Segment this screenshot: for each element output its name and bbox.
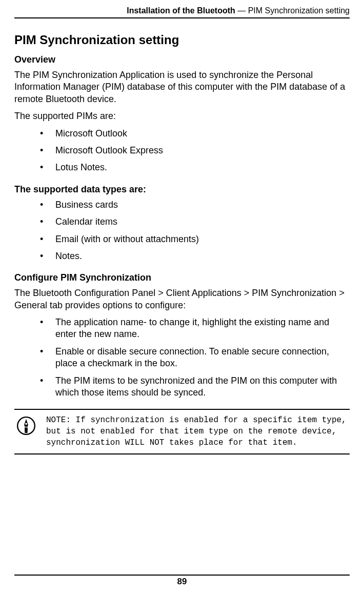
list-item: The application name- to change it, high… xyxy=(40,317,350,341)
page-title: PIM Synchronization setting xyxy=(14,33,350,47)
svg-rect-4 xyxy=(25,427,28,427)
header-rest: PIM Synchronization setting xyxy=(248,6,350,15)
configure-heading: Configure PIM Synchronization xyxy=(14,272,350,283)
list-item: Microsoft Outlook xyxy=(40,128,350,140)
svg-point-2 xyxy=(25,423,27,425)
overview-para2: The supported PIMs are: xyxy=(14,110,350,122)
list-item: Microsoft Outlook Express xyxy=(40,145,350,156)
list-item: Email (with or without attachments) xyxy=(40,233,350,245)
list-item: Business cards xyxy=(40,199,350,211)
note-text: NOTE: If synchronization is enabled for … xyxy=(46,415,350,448)
configure-section: Configure PIM Synchronization The Blueto… xyxy=(14,272,350,399)
page-header: Installation of the Bluetooth — PIM Sync… xyxy=(14,6,350,18)
overview-list: Microsoft Outlook Microsoft Outlook Expr… xyxy=(40,128,350,174)
list-item: The PIM items to be synchronized and the… xyxy=(40,375,350,399)
list-item: Enable or disable secure connection. To … xyxy=(40,346,350,370)
list-item: Calendar items xyxy=(40,216,350,228)
pen-note-icon xyxy=(16,416,36,436)
configure-para1: The Bluetooth Configuration Panel > Clie… xyxy=(14,287,350,311)
configure-list: The application name- to change it, high… xyxy=(40,317,350,399)
data-types-section: The supported data types are: Business c… xyxy=(14,184,350,263)
svg-rect-3 xyxy=(25,426,28,431)
list-item: Notes. xyxy=(40,250,350,262)
page-number: 89 xyxy=(177,577,187,586)
header-bold: Installation of the Bluetooth xyxy=(127,6,235,15)
data-types-list: Business cards Calendar items Email (wit… xyxy=(40,199,350,263)
overview-para1: The PIM Synchronization Application is u… xyxy=(14,69,350,105)
note-box: NOTE: If synchronization is enabled for … xyxy=(14,409,350,454)
page-footer: 89 xyxy=(14,575,350,587)
data-types-heading: The supported data types are: xyxy=(14,184,350,195)
overview-section: Overview The PIM Synchronization Applica… xyxy=(14,54,350,174)
overview-heading: Overview xyxy=(14,54,350,65)
header-separator: — xyxy=(235,6,248,15)
list-item: Lotus Notes. xyxy=(40,162,350,173)
